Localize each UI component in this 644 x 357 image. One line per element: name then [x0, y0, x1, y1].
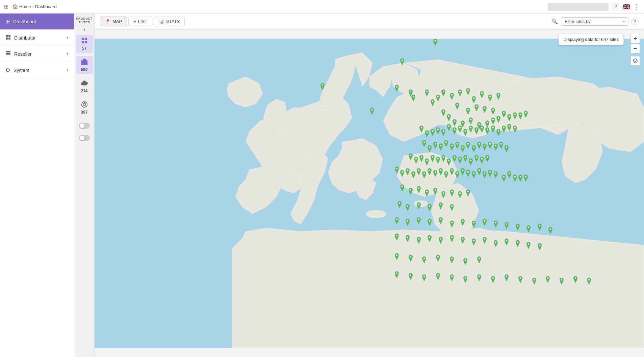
map-marker[interactable] — [482, 237, 488, 244]
zoom-out-button[interactable]: − — [630, 44, 640, 53]
map-marker[interactable] — [394, 233, 400, 241]
map-marker[interactable] — [484, 155, 490, 162]
home-icon[interactable]: 🏠 — [12, 4, 18, 9]
filter-item-1[interactable]: 57 — [76, 35, 93, 53]
map-marker[interactable] — [487, 94, 493, 102]
filter-item-2[interactable]: 590 — [76, 56, 93, 74]
map-marker[interactable] — [504, 274, 510, 282]
sidebar-item-reseller[interactable]: Reseller ▾ — [0, 46, 74, 62]
map-marker[interactable] — [405, 204, 411, 211]
toggle-item-1[interactable] — [79, 123, 90, 129]
map-marker[interactable] — [586, 278, 592, 285]
map-marker[interactable] — [405, 235, 411, 242]
map-marker[interactable] — [525, 242, 532, 249]
map-marker[interactable] — [408, 255, 414, 262]
map-marker[interactable] — [525, 225, 532, 233]
map-marker[interactable] — [482, 219, 488, 226]
tab-list[interactable]: ≡ LIST — [128, 17, 152, 26]
map-marker[interactable] — [396, 201, 403, 208]
map-marker[interactable] — [468, 117, 474, 125]
map-marker[interactable] — [572, 276, 578, 283]
tab-stats[interactable]: 📊 STATS — [154, 17, 185, 26]
map-marker[interactable] — [465, 189, 471, 197]
layer-button[interactable] — [630, 56, 640, 66]
map-container[interactable]: Displaying data for 647 sites + − — [95, 30, 644, 357]
toggle-switch-2[interactable] — [79, 135, 90, 141]
sidebar-item-system[interactable]: ⚙ System ▾ — [0, 62, 74, 78]
map-marker[interactable] — [394, 85, 400, 92]
map-marker[interactable] — [523, 174, 529, 182]
product-filter-chevron[interactable]: ▾ — [83, 28, 85, 31]
map-marker[interactable] — [427, 235, 433, 242]
map-marker[interactable] — [438, 237, 444, 244]
map-marker[interactable] — [438, 202, 444, 210]
map-marker[interactable] — [449, 256, 455, 264]
map-marker[interactable] — [504, 222, 510, 229]
map-marker[interactable] — [438, 217, 444, 224]
map-marker[interactable] — [440, 89, 446, 97]
filter-sites-dropdown[interactable]: Filter sites by ▾ — [561, 17, 628, 26]
map-marker[interactable] — [462, 258, 468, 265]
map-marker[interactable] — [394, 271, 400, 279]
map-marker[interactable] — [482, 106, 488, 113]
map-marker[interactable] — [537, 243, 543, 251]
map-marker[interactable] — [495, 93, 501, 100]
map-marker[interactable] — [399, 184, 405, 192]
map-marker[interactable] — [435, 255, 441, 262]
map-marker[interactable] — [490, 108, 496, 115]
map-marker[interactable] — [416, 237, 422, 244]
map-marker[interactable] — [399, 58, 405, 66]
map-marker[interactable] — [504, 238, 510, 246]
map-marker[interactable] — [440, 191, 446, 198]
map-marker[interactable] — [460, 219, 466, 226]
more-options-button[interactable]: ⋮ — [634, 3, 640, 10]
filter-item-4[interactable]: 387 — [76, 99, 93, 117]
map-marker[interactable] — [416, 217, 422, 224]
map-marker[interactable] — [394, 217, 400, 224]
map-marker[interactable] — [457, 191, 463, 198]
map-marker[interactable] — [449, 235, 455, 242]
map-marker[interactable] — [457, 89, 463, 97]
map-marker[interactable] — [408, 188, 414, 195]
map-marker[interactable] — [471, 220, 477, 228]
map-marker[interactable] — [473, 104, 480, 112]
toggle-switch-1[interactable] — [79, 123, 90, 129]
search-icon[interactable]: 🔍 — [551, 18, 558, 25]
map-marker[interactable] — [490, 276, 496, 283]
map-marker[interactable] — [454, 102, 460, 110]
home-link[interactable]: Home — [19, 4, 31, 9]
map-marker[interactable] — [449, 204, 455, 211]
map-marker[interactable] — [479, 91, 485, 98]
map-marker[interactable] — [424, 89, 430, 97]
map-marker[interactable] — [504, 145, 510, 152]
toolbar-help-button[interactable]: ? — [631, 18, 639, 25]
map-marker[interactable] — [512, 125, 518, 133]
map-marker[interactable] — [559, 278, 565, 285]
map-marker[interactable] — [369, 108, 375, 115]
map-marker[interactable] — [462, 276, 468, 283]
map-marker[interactable] — [405, 219, 411, 226]
map-marker[interactable] — [449, 220, 455, 228]
map-marker[interactable] — [424, 189, 430, 197]
map-marker[interactable] — [421, 256, 427, 264]
filter-item-3[interactable]: 214 — [76, 77, 93, 95]
tab-map[interactable]: 📍 MAP — [100, 17, 127, 26]
map-marker[interactable] — [427, 204, 433, 211]
map-marker[interactable] — [427, 219, 433, 226]
map-marker[interactable] — [471, 238, 477, 246]
map-marker[interactable] — [449, 93, 455, 100]
toggle-item-2[interactable] — [79, 135, 90, 141]
map-marker[interactable] — [476, 274, 482, 282]
map-marker[interactable] — [476, 256, 482, 264]
map-marker[interactable] — [408, 273, 414, 280]
map-marker[interactable] — [432, 188, 438, 195]
sidebar-item-distributor[interactable]: Distributor ▾ — [0, 30, 74, 46]
map-marker[interactable] — [416, 202, 422, 210]
language-flag[interactable]: 🇬🇧 — [623, 3, 630, 10]
top-help-button[interactable]: ? — [612, 3, 619, 10]
map-marker[interactable] — [537, 223, 543, 231]
map-marker[interactable] — [517, 276, 523, 283]
map-marker[interactable] — [493, 171, 499, 178]
map-marker[interactable] — [410, 94, 416, 102]
map-marker[interactable] — [465, 88, 471, 95]
